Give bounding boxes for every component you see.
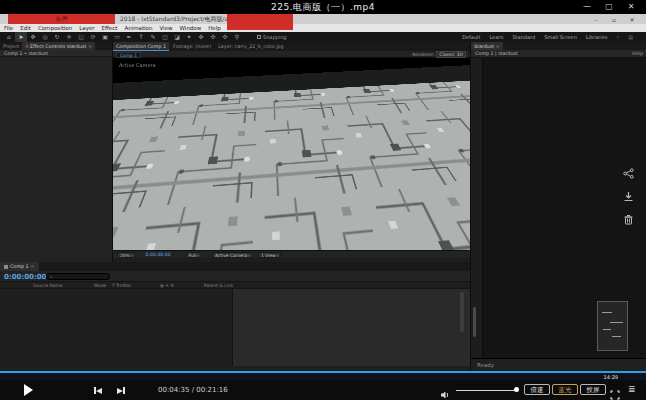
timeline-track-area[interactable] xyxy=(232,289,470,366)
eraser-tool-icon[interactable]: ◪ xyxy=(171,32,183,42)
timeline-scrollbar[interactable] xyxy=(460,292,464,332)
stardust-help-link[interactable]: Help xyxy=(632,50,643,58)
workspace-bar-icon[interactable]: ▤ xyxy=(628,34,633,40)
character-tool-icon-2[interactable]: ✣ xyxy=(219,32,231,42)
workspace-default[interactable]: Default xyxy=(462,34,480,40)
mask-tool-icon[interactable]: ⚲ xyxy=(231,32,243,42)
volume-slider[interactable] xyxy=(456,390,518,391)
view-layout-dropdown[interactable]: 1 View xyxy=(258,252,281,258)
volume-icon[interactable] xyxy=(440,385,450,395)
pen-tool-icon[interactable]: ✒ xyxy=(123,32,135,42)
stamp-tool-icon[interactable]: ◫ xyxy=(159,32,171,42)
window-close-button[interactable]: ✕ xyxy=(624,1,638,12)
timeline-search-input[interactable]: ⌕ xyxy=(46,273,110,280)
tab-stardust[interactable]: Stardust ≡ xyxy=(471,42,503,50)
resolution-dropdown[interactable]: Full xyxy=(186,252,202,258)
next-button[interactable] xyxy=(117,387,125,394)
trash-icon[interactable] xyxy=(623,214,634,225)
ae-toolbar: ⌂➤✥◎↻✛◱⟳▣▭✒T✎◫◪✦✜✣✣⚲ Snapping DefaultLea… xyxy=(0,32,646,42)
tab-effect-controls[interactable]: 6 Effect Controls stardust ≡ xyxy=(22,42,95,50)
quality-button[interactable]: 蓝光 xyxy=(552,384,578,395)
panel-menu-icon[interactable]: ≡ xyxy=(88,44,92,49)
strip-scrollbar[interactable] xyxy=(473,307,476,337)
viewport-toolbar: 20% 0:00:00:00 Full Active Camera 1 View xyxy=(113,250,470,258)
tab-layer[interactable]: Layer: carry_22_b_color.jpg xyxy=(215,42,286,51)
comp-name-chip[interactable]: Comp 1 xyxy=(116,52,141,58)
viewport[interactable]: Active Camera xyxy=(113,58,470,250)
redaction-watermark-center xyxy=(227,14,293,30)
orbit-camera-icon[interactable]: ↻ xyxy=(51,32,63,42)
composition-panel: Composition Comp 1 Footage: (none) Layer… xyxy=(113,42,470,276)
workspace-standard[interactable]: Standard xyxy=(512,34,535,40)
snapping-checkbox[interactable] xyxy=(257,35,261,39)
character-tool-icon[interactable]: ✣ xyxy=(207,32,219,42)
download-icon[interactable] xyxy=(623,191,634,202)
panel-menu-icon[interactable]: ≡ xyxy=(496,44,500,49)
brush-tool-icon[interactable]: ✎ xyxy=(147,32,159,42)
column-mode[interactable]: Mode xyxy=(94,283,106,288)
volume-knob[interactable] xyxy=(514,387,519,392)
timeline-comp-tab[interactable]: Comp 1 ≡ xyxy=(0,262,39,271)
video-frame[interactable]: 2018 - lxtStandard3/Project/电商版/ae.aep *… xyxy=(0,14,646,380)
pan-behind-icon[interactable]: ▣ xyxy=(99,32,111,42)
renderer-value[interactable]: Classic 3D xyxy=(436,51,466,58)
menu-composition[interactable]: Composition xyxy=(38,25,72,31)
model-selection-box[interactable] xyxy=(285,152,322,180)
menu-file[interactable]: File xyxy=(4,25,13,31)
snapping-control[interactable]: Snapping xyxy=(257,34,287,40)
menu-view[interactable]: View xyxy=(159,25,172,31)
menu-window[interactable]: Window xyxy=(180,25,202,31)
material-preview-thumbnail[interactable] xyxy=(597,301,628,351)
menu-edit[interactable]: Edit xyxy=(20,25,31,31)
column-source-name[interactable]: Source Name xyxy=(33,283,62,288)
menu-effect[interactable]: Effect xyxy=(102,25,118,31)
cast-button[interactable]: 投屏 xyxy=(580,384,606,395)
share-nodes-icon[interactable] xyxy=(623,168,634,179)
composition-subbar: Comp 1 Renderer: Classic 3D xyxy=(113,51,470,58)
current-timecode[interactable]: 0:00:00:00 xyxy=(4,273,47,281)
workspace-libraries[interactable]: Libraries xyxy=(586,34,608,40)
dolly-camera-icon[interactable]: ◱ xyxy=(75,32,87,42)
tab-composition[interactable]: Composition Comp 1 xyxy=(113,42,169,51)
hand-tool-icon[interactable]: ✥ xyxy=(27,32,39,42)
puppet-pin-icon[interactable]: ✜ xyxy=(195,32,207,42)
preview-line xyxy=(602,312,612,313)
zoom-tool-icon[interactable]: ◎ xyxy=(39,32,51,42)
workspace-grid-icon[interactable]: ⌗ xyxy=(616,34,619,41)
previous-button[interactable] xyxy=(94,387,102,394)
menu-layer[interactable]: Layer xyxy=(79,25,94,31)
shape-tool-icon[interactable]: ▭ xyxy=(111,32,123,42)
pan-camera-icon[interactable]: ✛ xyxy=(63,32,75,42)
panel-menu-icon[interactable]: ≡ xyxy=(31,264,35,269)
menu-animation[interactable]: Animation xyxy=(124,25,152,31)
camera-dropdown[interactable]: Active Camera xyxy=(212,252,253,258)
magnification-dropdown[interactable]: 20% xyxy=(117,252,136,258)
window-minimize-button[interactable]: — xyxy=(580,1,594,12)
play-button[interactable] xyxy=(24,384,33,396)
video-seekbar[interactable] xyxy=(0,371,646,373)
stardust-node-canvas[interactable] xyxy=(483,58,646,358)
comp-icon xyxy=(4,265,8,269)
speed-button[interactable]: 倍速 xyxy=(524,384,550,395)
workspace-small-screen[interactable]: Small Screen xyxy=(544,34,577,40)
menu-help[interactable]: Help xyxy=(208,25,221,31)
column-trkmat[interactable]: T TrkMat xyxy=(112,283,131,288)
roto-brush-icon[interactable]: ✦ xyxy=(183,32,195,42)
preview-line xyxy=(603,329,611,330)
viewport-timecode[interactable]: 0:00:00:00 xyxy=(146,252,171,257)
timeline-header-bar: 0:00:00:00 ⌕ xyxy=(0,271,470,282)
playlist-icon[interactable]: ≣ xyxy=(628,384,636,395)
tab-project[interactable]: Project xyxy=(0,42,22,50)
fullscreen-icon[interactable] xyxy=(610,385,620,395)
window-maximize-button[interactable]: ▢ xyxy=(602,1,616,12)
stardust-breadcrumb: Comp 1 | stardust Help xyxy=(471,50,646,58)
renderer-info[interactable]: Renderer: Classic 3D xyxy=(412,52,466,57)
video-title: 225.电商版（一）.mp4 xyxy=(0,1,646,14)
rotation-tool-icon[interactable]: ⟳ xyxy=(87,32,99,42)
home-icon[interactable]: ⌂ xyxy=(3,32,15,42)
workspace-learn[interactable]: Learn xyxy=(489,34,503,40)
column-parent-link[interactable]: Parent & Link xyxy=(204,283,233,288)
type-tool-icon[interactable]: T xyxy=(135,32,147,42)
selection-tool-icon[interactable]: ➤ xyxy=(15,32,27,42)
tab-footage[interactable]: Footage: (none) xyxy=(170,42,214,51)
